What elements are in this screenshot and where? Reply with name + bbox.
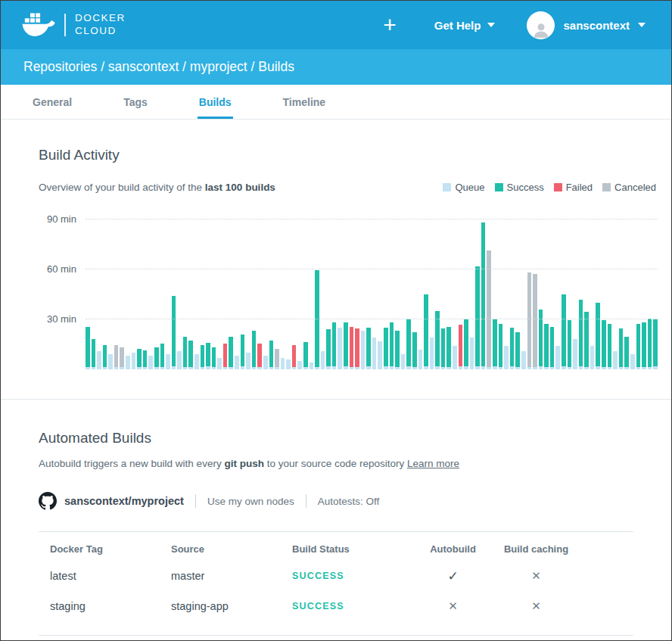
tab-tags[interactable]: Tags [122,85,149,119]
build-bar-queued[interactable] [126,356,130,369]
build-bar-queued[interactable] [590,346,595,369]
build-bar-queued[interactable] [108,354,113,369]
build-bar-canceled[interactable] [533,274,537,369]
build-bar-queued[interactable] [321,351,325,369]
breadcrumb[interactable]: Repositories / sanscontext / myproject /… [23,59,294,75]
build-bar-queued[interactable] [573,339,577,369]
build-bar-success[interactable] [624,337,629,369]
build-bar-queued[interactable] [361,331,366,369]
build-bar-queued[interactable] [148,356,153,369]
build-bar-queued[interactable] [430,338,434,369]
build-bar-failed[interactable] [292,345,297,369]
build-bar-canceled[interactable] [275,349,279,369]
build-bar-failed[interactable] [223,344,228,369]
build-bar-success[interactable] [424,294,428,369]
autobuild-cross-icon[interactable]: ✕ [417,599,489,613]
build-bar-success[interactable] [550,327,555,369]
build-bar-success[interactable] [384,328,388,369]
use-own-nodes-link[interactable]: Use my own nodes [207,496,294,507]
tab-general[interactable]: General [31,85,73,119]
build-bar-success[interactable] [229,337,233,369]
build-bar-success[interactable] [188,341,193,369]
build-bar-success[interactable] [510,328,515,369]
build-bar-success[interactable] [183,337,188,369]
build-bar-success[interactable] [435,311,440,369]
build-bar-success[interactable] [412,332,417,369]
build-bar-success[interactable] [395,331,400,369]
build-bar-success[interactable] [642,322,646,369]
build-bar-queued[interactable] [630,354,635,369]
brand[interactable]: DOCKER CLOUD [22,12,126,38]
build-bar-queued[interactable] [613,351,618,369]
build-bar-success[interactable] [562,294,566,369]
build-bar-success[interactable] [206,343,210,369]
build-bar-queued[interactable] [521,351,526,369]
build-bar-queued[interactable] [263,356,268,369]
build-bar-success[interactable] [608,324,612,369]
caching-cross-icon[interactable]: ✕ [489,569,583,583]
build-bar-success[interactable] [332,322,337,369]
build-bar-queued[interactable] [194,354,199,369]
caching-cross-icon[interactable]: ✕ [489,599,583,613]
build-bar-queued[interactable] [235,356,239,369]
build-bar-queued[interactable] [246,353,250,369]
build-bar-queued[interactable] [177,351,182,369]
build-bar-success[interactable] [464,319,468,369]
build-bar-success[interactable] [154,347,159,369]
build-bar-success[interactable] [475,266,480,369]
build-bar-failed[interactable] [459,325,463,369]
build-bar-success[interactable] [86,327,90,369]
user-menu[interactable]: sanscontext [527,11,646,39]
get-help-menu[interactable]: Get Help [434,19,496,32]
build-bar-success[interactable] [584,312,589,369]
build-bar-queued[interactable] [555,346,560,369]
build-bar-queued[interactable] [470,338,474,369]
build-bar-queued[interactable] [132,353,136,369]
build-bar-success[interactable] [201,345,205,369]
build-bar-canceled[interactable] [114,345,119,369]
build-bar-success[interactable] [172,296,176,369]
build-bar-success[interactable] [406,319,411,369]
build-bar-success[interactable] [315,270,319,369]
learn-more-link[interactable]: Learn more [407,458,459,469]
build-bar-success[interactable] [653,319,658,369]
build-bar-success[interactable] [137,349,142,369]
build-bar-success[interactable] [579,300,583,369]
build-bar-success[interactable] [160,344,165,369]
build-bar-queued[interactable] [418,350,423,369]
build-bar-success[interactable] [92,339,96,369]
build-bar-success[interactable] [103,345,107,369]
build-bar-queued[interactable] [453,346,457,369]
build-bar-queued[interactable] [217,358,222,369]
build-bar-success[interactable] [446,327,451,369]
build-bar-success[interactable] [212,347,216,369]
build-bar-success[interactable] [252,331,257,369]
build-bar-success[interactable] [568,320,572,369]
build-bar-success[interactable] [143,350,148,369]
build-bar-queued[interactable] [372,338,377,369]
build-bar-failed[interactable] [355,328,359,369]
build-bar-queued[interactable] [310,363,314,369]
build-bar-success[interactable] [303,342,308,369]
build-bar-queued[interactable] [286,359,291,369]
build-bar-success[interactable] [515,332,520,369]
build-bar-success[interactable] [441,328,446,369]
build-bar-success[interactable] [544,324,549,369]
autobuild-check-icon[interactable]: ✓ [417,568,489,584]
autotests-setting[interactable]: Autotests: Off [318,496,380,507]
build-bar-canceled[interactable] [527,272,532,369]
tab-timeline[interactable]: Timeline [282,85,328,119]
build-bar-success[interactable] [596,303,600,369]
plus-button[interactable]: + [383,14,397,36]
build-bar-queued[interactable] [166,354,170,369]
build-bar-success[interactable] [269,341,274,369]
build-bar-success[interactable] [493,319,497,369]
build-bar-queued[interactable] [338,328,342,369]
build-bar-success[interactable] [481,222,486,369]
build-bar-success[interactable] [636,324,641,369]
build-bar-success[interactable] [390,322,394,369]
build-bar-queued[interactable] [281,358,285,369]
build-bar-queued[interactable] [504,346,509,369]
tab-builds[interactable]: Builds [198,85,233,119]
build-bar-success[interactable] [619,328,624,369]
